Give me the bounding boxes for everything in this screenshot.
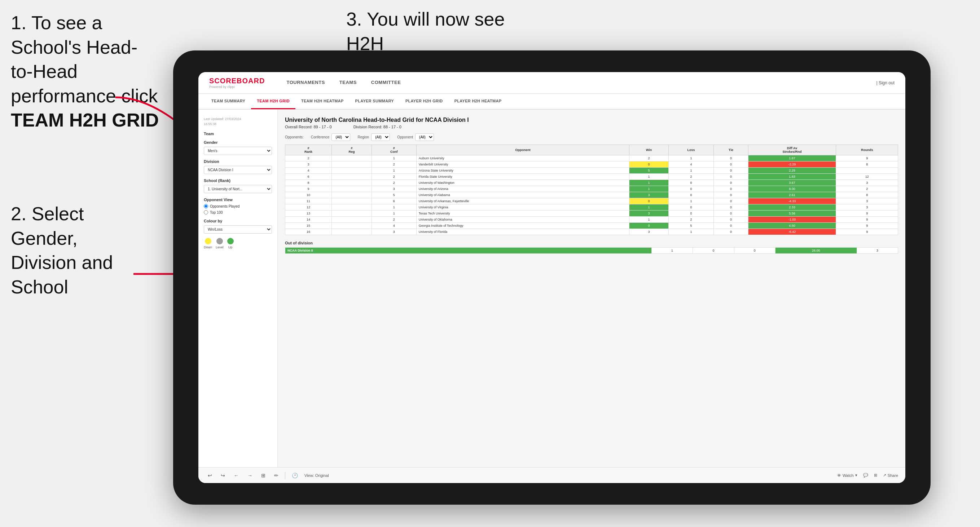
school-select[interactable]: 1. University of Nort... xyxy=(204,185,272,193)
cell-diff: 4.50 xyxy=(748,223,836,229)
comment-button[interactable]: 💬 xyxy=(863,473,868,478)
nav-item-teams[interactable]: TEAMS xyxy=(332,72,364,94)
tab-player-h2h-grid[interactable]: PLAYER H2H GRID xyxy=(399,94,449,109)
cell-opponent: University of Alabama xyxy=(416,192,629,198)
cell-opponent: Texas Tech University xyxy=(416,211,629,217)
cell-reg xyxy=(332,217,372,223)
view-label: View: Original xyxy=(304,473,329,478)
col-diff: Diff AvStrokes/Rnd xyxy=(748,145,836,156)
colour-select[interactable]: Win/Loss xyxy=(204,225,272,233)
cell-rounds: 9 xyxy=(836,217,898,223)
col-tie: Tie xyxy=(714,145,748,156)
tab-player-summary[interactable]: PLAYER SUMMARY xyxy=(350,94,399,109)
annotation-mid-left: 2. Select Gender, Division and School xyxy=(11,202,148,299)
tablet-frame: SCOREBOARD Powered by clippi TOURNAMENTS… xyxy=(173,51,931,505)
radio-top-100[interactable]: Top 100 xyxy=(204,210,272,214)
draw-button[interactable]: ✏ xyxy=(272,471,281,480)
nav-bar: SCOREBOARD Powered by clippi TOURNAMENTS… xyxy=(198,72,905,94)
cell-rounds: 9 xyxy=(836,223,898,229)
table-row: 6 2 Florida State University 1 2 0 1.83 … xyxy=(285,174,898,180)
nav-item-tournaments[interactable]: TOURNAMENTS xyxy=(279,72,332,94)
cell-diff: -4.33 xyxy=(748,198,836,205)
cell-win: 2 xyxy=(629,156,669,162)
cell-win: 3 xyxy=(629,211,669,217)
main-content: Last Updated: 27/03/2024 16:55:38 Team G… xyxy=(198,110,905,467)
table-row: 13 1 Texas Tech University 3 0 0 5.56 9 xyxy=(285,211,898,217)
col-rounds: Rounds xyxy=(836,145,898,156)
cell-loss: 5 xyxy=(668,223,714,229)
ood-loss: 0 xyxy=(693,248,734,254)
crop-button[interactable]: ⊞ xyxy=(259,471,267,480)
logo-area: SCOREBOARD Powered by clippi xyxy=(209,77,265,89)
table-row: 16 3 University of Florida 3 1 0 -6.42 9 xyxy=(285,229,898,235)
toolbar-right: 👁 Watch ▾ 💬 ⊞ ↗ Share xyxy=(837,473,898,478)
cell-tie: 0 xyxy=(714,174,748,180)
tab-team-h2h-heatmap[interactable]: TEAM H2H HEATMAP xyxy=(295,94,350,109)
col-reg: #Reg xyxy=(332,145,372,156)
cell-win: 1 xyxy=(629,205,669,211)
cell-rounds: 12 xyxy=(836,174,898,180)
table-row: 4 1 Arizona State University 5 1 0 2.29 xyxy=(285,168,898,174)
forward-button[interactable]: → xyxy=(245,471,255,480)
cell-rounds xyxy=(836,168,898,174)
share-button[interactable]: ↗ Share xyxy=(883,473,898,478)
filter-conference: Conference (All) xyxy=(311,133,351,141)
radio-opponents-played[interactable]: Opponents Played xyxy=(204,204,272,208)
grid-title: University of North Carolina Head-to-Hea… xyxy=(285,117,898,123)
cell-rank: 4 xyxy=(285,168,332,174)
grid-button[interactable]: ⊞ xyxy=(874,473,877,478)
opponent-filter-select[interactable]: (All) xyxy=(415,133,434,141)
conference-filter-select[interactable]: (All) xyxy=(331,133,350,141)
table-row: 15 4 Georgia Institute of Technology 0 5… xyxy=(285,223,898,229)
cell-win: 1 xyxy=(629,217,669,223)
school-label: School (Rank) xyxy=(204,178,272,183)
watch-button[interactable]: 👁 Watch ▾ xyxy=(837,473,858,478)
cell-rank: 8 xyxy=(285,180,332,186)
cell-win: 0 xyxy=(629,198,669,205)
col-conf: #Conf xyxy=(372,145,417,156)
cell-diff: 2.61 xyxy=(748,192,836,198)
cell-conf: 6 xyxy=(372,198,417,205)
cell-reg xyxy=(332,186,372,192)
sign-out-link[interactable]: | Sign out xyxy=(877,80,895,86)
cell-tie: 0 xyxy=(714,205,748,211)
cell-opponent: Florida State University xyxy=(416,174,629,180)
cell-opponent: Arizona State University xyxy=(416,168,629,174)
cell-loss: 1 xyxy=(668,198,714,205)
right-content: University of North Carolina Head-to-Hea… xyxy=(278,110,905,467)
color-dot-down xyxy=(205,238,212,244)
region-filter-select[interactable]: (All) xyxy=(371,133,390,141)
tab-team-summary[interactable]: TEAM SUMMARY xyxy=(205,94,251,109)
cell-diff: -1.00 xyxy=(748,217,836,223)
tab-team-h2h-grid[interactable]: TEAM H2H GRID xyxy=(251,94,295,109)
division-select[interactable]: NCAA Division I xyxy=(204,166,272,174)
gender-label: Gender xyxy=(204,140,272,144)
cell-rank: 12 xyxy=(285,205,332,211)
cell-loss: 2 xyxy=(668,174,714,180)
cell-tie: 0 xyxy=(714,211,748,217)
cell-tie: 0 xyxy=(714,223,748,229)
redo-button[interactable]: ↪ xyxy=(219,471,227,480)
table-row: NCAA Division II 1 0 0 26.00 3 xyxy=(285,248,898,254)
back-button[interactable]: ← xyxy=(232,471,241,480)
table-row: 12 1 University of Virginia 1 0 0 2.33 3 xyxy=(285,205,898,211)
nav-item-committee[interactable]: COMMITTEE xyxy=(364,72,408,94)
last-updated: Last Updated: 27/03/2024 16:55:38 xyxy=(204,117,272,127)
cell-conf: 2 xyxy=(372,162,417,168)
cell-diff: 2.29 xyxy=(748,168,836,174)
cell-win: 3 xyxy=(629,192,669,198)
cell-reg xyxy=(332,198,372,205)
cell-loss: 0 xyxy=(668,192,714,198)
cell-rounds: 9 xyxy=(836,156,898,162)
cell-win: 0 xyxy=(629,162,669,168)
tablet-screen: SCOREBOARD Powered by clippi TOURNAMENTS… xyxy=(198,72,905,483)
cell-rounds: 8 xyxy=(836,162,898,168)
tab-player-h2h-heatmap[interactable]: PLAYER H2H HEATMAP xyxy=(449,94,508,109)
undo-button[interactable]: ↩ xyxy=(205,471,214,480)
cell-reg xyxy=(332,162,372,168)
clock-button[interactable]: 🕐 xyxy=(290,471,300,480)
gender-select[interactable]: Men's xyxy=(204,147,272,155)
opponent-view-label: Opponent View xyxy=(204,198,272,202)
cell-conf: 5 xyxy=(372,192,417,198)
cell-rank: 2 xyxy=(285,156,332,162)
